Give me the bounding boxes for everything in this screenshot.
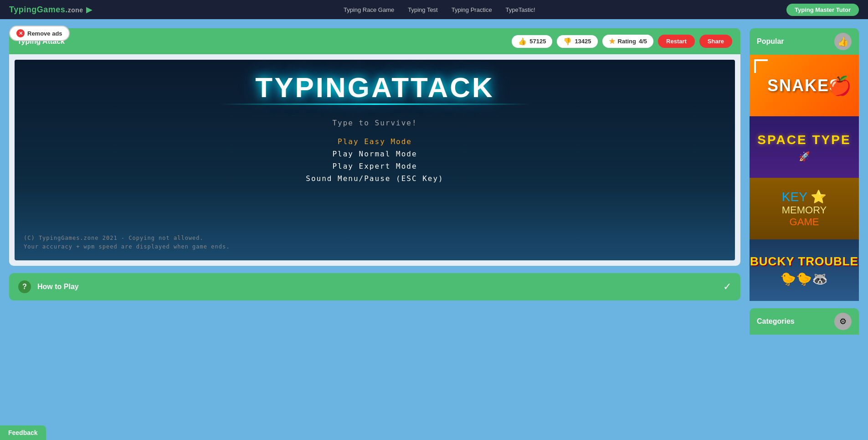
feedback-button[interactable]: Feedback: [0, 425, 46, 440]
rating-value: 4/5: [639, 38, 647, 45]
categories-header: Categories ⚙: [750, 308, 859, 335]
navbar: TypingGames.zone ▶ Typing Race Game Typi…: [0, 0, 868, 19]
space-type-title: SPACE TYPE: [757, 133, 851, 147]
how-to-play-section: ? How to Play ✓: [9, 273, 740, 300]
sidebar-games: SNAKES 🍎 SPACE TYPE 🚀 KEY ⭐ MEMORY GAME: [750, 55, 859, 301]
game-logo-text: TYPINGATTACK: [220, 73, 530, 102]
nav-link-race[interactable]: Typing Race Game: [344, 6, 394, 13]
categories-icon: ⚙: [834, 313, 852, 330]
brand-logo[interactable]: TypingGames.zone ▶: [9, 5, 92, 15]
popular-header: Popular 👍: [750, 28, 859, 55]
remove-ads-label: Remove ads: [27, 30, 62, 37]
game-canvas-wrapper: TYPINGATTACK Type to Survive! Play Easy …: [9, 54, 740, 266]
game-header: Typing Attack 👍 57125 👎 13425 ★ Rating 4…: [9, 28, 740, 54]
rating-box: ★ Rating 4/5: [602, 35, 654, 48]
game-footer-line2: Your accuracy + wpm speed are displayed …: [24, 243, 230, 251]
brand-icon: ▶: [86, 5, 92, 15]
question-icon: ?: [18, 280, 31, 293]
game-subtitle: Type to Survive!: [332, 119, 417, 127]
like-count: 57125: [529, 38, 546, 45]
nav-link-test[interactable]: Typing Test: [408, 6, 438, 13]
game-card: Typing Attack 👍 57125 👎 13425 ★ Rating 4…: [9, 28, 740, 266]
game-footer: (C) TypingGames.zone 2021 - Copying not …: [24, 234, 230, 251]
dislike-count: 13425: [575, 38, 591, 45]
star-icon: ★: [609, 37, 615, 46]
bucky-title: BUCKY TROUBLE: [750, 254, 858, 269]
popular-thumb-icon: 👍: [834, 33, 852, 50]
logo-underline: [220, 104, 530, 105]
nav-link-practice[interactable]: Typing Practice: [452, 6, 492, 13]
key-memory-line3: GAME: [782, 216, 827, 228]
remove-ads-button[interactable]: ✕ Remove ads: [9, 26, 70, 41]
bucky-content: BUCKY TROUBLE 🐤🐤🦝: [750, 254, 858, 286]
like-button[interactable]: 👍 57125: [512, 35, 552, 48]
game-footer-line1: (C) TypingGames.zone 2021 - Copying not …: [24, 234, 230, 243]
popular-title: Popular: [757, 37, 784, 46]
key-memory-content: KEY ⭐ MEMORY GAME: [782, 189, 827, 228]
space-type-content: SPACE TYPE 🚀: [757, 133, 851, 162]
how-to-play-title: How to Play: [37, 283, 79, 291]
key-memory-line2: MEMORY: [782, 204, 827, 216]
brand-name: TypingGames.zone: [9, 5, 83, 15]
sidebar: Popular 👍 SNAKES 🍎 SPACE TYPE 🚀 KE: [750, 28, 859, 335]
how-to-play-left: ? How to Play: [18, 280, 79, 293]
sidebar-game-bucky-trouble[interactable]: BUCKY TROUBLE 🐤🐤🦝: [750, 239, 859, 301]
bucky-icons: 🐤🐤🦝: [750, 271, 858, 286]
categories-title: Categories: [757, 317, 795, 326]
game-logo: TYPINGATTACK: [220, 73, 530, 105]
sidebar-game-snakes[interactable]: SNAKES 🍎: [750, 55, 859, 116]
restart-button[interactable]: Restart: [658, 35, 695, 48]
close-icon: ✕: [16, 29, 25, 37]
game-section: Typing Attack 👍 57125 👎 13425 ★ Rating 4…: [9, 28, 740, 335]
corner-decoration: [754, 59, 768, 73]
game-actions: 👍 57125 👎 13425 ★ Rating 4/5 Restart Sha…: [512, 35, 732, 48]
game-menu: Play Easy Mode Play Normal Mode Play Exp…: [306, 137, 443, 183]
dislike-button[interactable]: 👎 13425: [557, 35, 597, 48]
menu-item-easy[interactable]: Play Easy Mode: [338, 137, 412, 146]
nav-link-typetastic[interactable]: TypeTastic!: [506, 6, 535, 13]
thumbs-up-icon: 👍: [518, 37, 527, 46]
menu-item-sound[interactable]: Sound Menu/Pause (ESC Key): [306, 174, 443, 183]
main-content: Typing Attack 👍 57125 👎 13425 ★ Rating 4…: [0, 19, 868, 344]
menu-item-normal[interactable]: Play Normal Mode: [332, 150, 417, 158]
typing-master-tutor-button[interactable]: Typing Master Tutor: [786, 4, 859, 16]
thumbs-down-icon: 👎: [563, 37, 572, 46]
chevron-down-icon: ✓: [723, 281, 731, 293]
space-type-decoration: 🚀: [757, 151, 851, 162]
nav-links: Typing Race Game Typing Test Typing Prac…: [106, 6, 773, 13]
game-canvas[interactable]: TYPINGATTACK Type to Survive! Play Easy …: [15, 60, 735, 260]
sidebar-game-key-memory[interactable]: KEY ⭐ MEMORY GAME: [750, 178, 859, 239]
rating-label: Rating: [618, 38, 636, 45]
key-memory-line1: KEY ⭐: [782, 189, 827, 204]
menu-item-expert[interactable]: Play Expert Mode: [332, 162, 417, 171]
how-to-play-header[interactable]: ? How to Play ✓: [9, 273, 740, 300]
snakes-apple-icon: 🍎: [829, 75, 852, 96]
sidebar-game-space-type[interactable]: SPACE TYPE 🚀: [750, 116, 859, 178]
share-button[interactable]: Share: [699, 35, 732, 48]
